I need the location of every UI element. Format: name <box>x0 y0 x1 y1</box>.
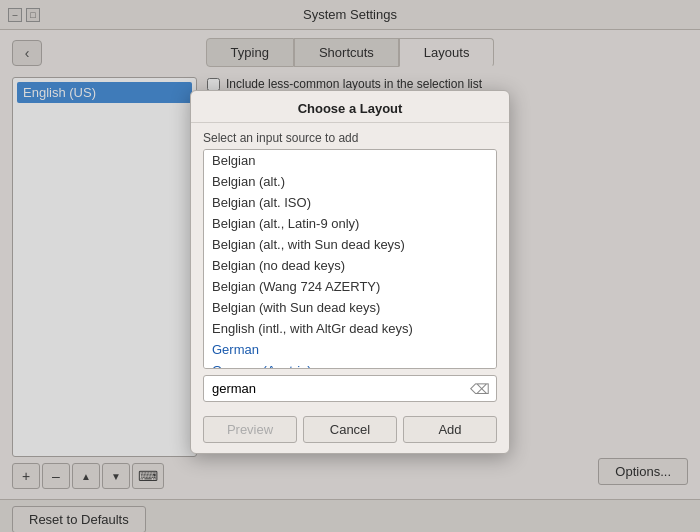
modal-list-item[interactable]: English (intl., with AltGr dead keys) <box>204 318 496 339</box>
modal-overlay: Choose a Layout Select an input source t… <box>0 0 700 532</box>
modal-list-item[interactable]: German (Austria) <box>204 360 496 369</box>
modal-search-row: ⌫ <box>203 375 497 402</box>
modal-search-clear-button[interactable]: ⌫ <box>464 381 496 397</box>
modal-list-item[interactable]: Belgian (with Sun dead keys) <box>204 297 496 318</box>
modal-subtitle: Select an input source to add <box>191 123 509 149</box>
modal-list-item[interactable]: Belgian (no dead keys) <box>204 255 496 276</box>
modal-list-item[interactable]: German <box>204 339 496 360</box>
add-button[interactable]: Add <box>403 416 497 443</box>
modal-search-input[interactable] <box>204 376 464 401</box>
modal-list-item[interactable]: Belgian <box>204 150 496 171</box>
cancel-button[interactable]: Cancel <box>303 416 397 443</box>
modal-buttons: Preview Cancel Add <box>191 408 509 453</box>
choose-layout-modal: Choose a Layout Select an input source t… <box>190 90 510 454</box>
modal-list[interactable]: BelgianBelgian (alt.)Belgian (alt. ISO)B… <box>203 149 497 369</box>
modal-list-item[interactable]: Belgian (alt.) <box>204 171 496 192</box>
modal-title: Choose a Layout <box>191 91 509 123</box>
modal-list-item[interactable]: Belgian (alt., with Sun dead keys) <box>204 234 496 255</box>
preview-button[interactable]: Preview <box>203 416 297 443</box>
modal-list-item[interactable]: Belgian (alt., Latin-9 only) <box>204 213 496 234</box>
modal-list-item[interactable]: Belgian (Wang 724 AZERTY) <box>204 276 496 297</box>
modal-list-item[interactable]: Belgian (alt. ISO) <box>204 192 496 213</box>
